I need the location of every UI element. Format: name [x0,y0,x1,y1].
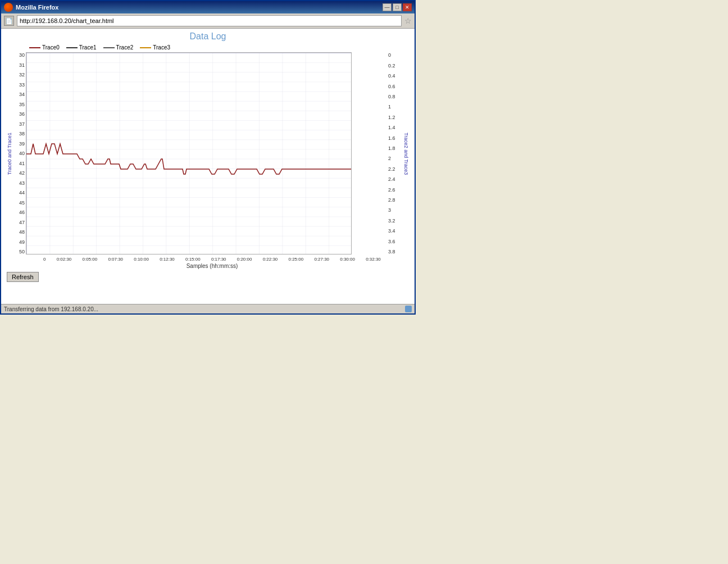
chart-svg [26,52,352,254]
legend-trace3-line [140,47,151,48]
status-text: Transferring data from 192.168.0.20... [4,306,98,312]
legend-trace0-label: Trace0 [42,44,60,51]
firefox-icon [4,3,13,12]
legend-trace1: Trace1 [66,44,97,51]
browser-title: Mozilla Firefox [16,4,58,11]
x-axis-container: 0 0:02:30 0:05:00 0:07:30 0:10:00 0:12:3… [43,257,381,269]
y-axis-right: 3.8 3.6 3.4 3.2 3 2.8 2.6 2.4 2.2 2 1.8 … [388,52,402,254]
browser-window: Mozilla Firefox — □ ✕ 📄 ☆ Data Log Trace… [0,0,416,315]
legend-trace0-line [29,47,40,48]
address-input[interactable] [17,15,402,26]
y-axis-left-label: Trace0 and Trace1 [7,133,12,175]
chart-svg-container [26,52,387,256]
title-bar: Mozilla Firefox — □ ✕ [1,1,415,13]
page-icon: 📄 [4,16,14,26]
window-controls: — □ ✕ [383,3,412,11]
address-bar: 📄 ☆ [1,13,415,29]
legend-trace3-label: Trace3 [153,44,170,51]
content-area: Data Log Trace0 Trace1 Trace2 Trace3 [1,29,415,304]
legend-trace1-line [66,47,78,48]
maximize-button[interactable]: □ [393,3,402,11]
bookmark-icon[interactable]: ☆ [404,16,412,25]
chart-container: Trace0 and Trace1 50 49 48 47 46 45 44 4… [7,52,409,256]
x-axis-title: Samples (hh:mm:ss) [43,263,381,269]
status-icon [405,306,412,312]
x-axis-labels: 0 0:02:30 0:05:00 0:07:30 0:10:00 0:12:3… [43,257,381,262]
minimize-button[interactable]: — [383,3,392,11]
status-bar: Transferring data from 192.168.0.20... [1,304,415,313]
refresh-button[interactable]: Refresh [7,272,39,282]
legend-trace3: Trace3 [140,44,170,51]
legend-trace2-line [103,47,115,48]
chart-title: Data Log [4,31,412,42]
legend-trace2: Trace2 [103,44,134,51]
y-axis-left: 50 49 48 47 46 45 44 43 42 41 40 39 38 3… [13,52,25,254]
close-button[interactable]: ✕ [403,3,412,11]
legend-trace1-label: Trace1 [79,44,97,51]
legend-trace0: Trace0 [29,44,60,51]
chart-legend: Trace0 Trace1 Trace2 Trace3 [29,44,412,51]
y-axis-right-label: Trace2 and Trace3 [403,133,409,175]
legend-trace2-label: Trace2 [116,44,134,51]
